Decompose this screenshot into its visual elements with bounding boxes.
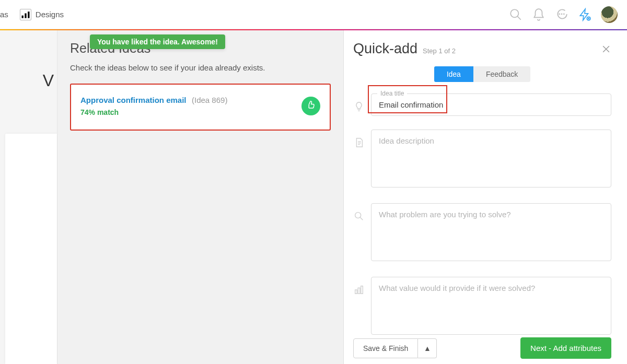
- quick-add-title: Quick-add: [353, 41, 417, 57]
- tab-feedback[interactable]: Feedback: [473, 66, 530, 82]
- svg-point-5: [559, 14, 560, 14]
- next-button[interactable]: Next - Add attributes: [520, 337, 611, 359]
- toast-liked: You have liked the idea. Awesome!: [90, 34, 225, 49]
- background-strip: V: [0, 30, 57, 364]
- bg-char: V: [43, 71, 54, 90]
- topbar: as Designs: [0, 0, 627, 29]
- value-field-wrap: [371, 277, 611, 337]
- quick-add-panel: Quick-add Step 1 of 2 Idea Feedback Idea…: [344, 30, 627, 364]
- bell-icon[interactable]: [532, 8, 545, 21]
- related-ideas-panel: You have liked the idea. Awesome! Relate…: [57, 30, 344, 364]
- idea-info: Approval confirmation email (Idea 869) 7…: [80, 94, 227, 118]
- quick-add-icon[interactable]: [578, 8, 591, 21]
- topbar-right: [509, 6, 618, 23]
- problem-input[interactable]: [371, 203, 611, 261]
- svg-rect-20: [361, 286, 363, 294]
- row-value: [353, 277, 611, 337]
- topbar-left: as Designs: [0, 9, 64, 20]
- lightbulb-icon: [353, 101, 365, 112]
- nav-label-designs: Designs: [36, 10, 64, 19]
- like-button[interactable]: [301, 97, 320, 115]
- svg-rect-19: [358, 288, 360, 293]
- quick-add-footer: Save & Finish ▲ Next - Add attributes: [353, 337, 611, 359]
- quick-add-header: Quick-add Step 1 of 2: [353, 41, 611, 57]
- idea-link[interactable]: Approval confirmation email: [80, 96, 187, 104]
- svg-rect-18: [355, 290, 357, 293]
- magnifier-icon: [353, 210, 365, 222]
- svg-rect-1: [25, 13, 26, 18]
- idea-card: Approval confirmation email (Idea 869) 7…: [70, 84, 331, 131]
- quick-add-title-wrap: Quick-add Step 1 of 2: [353, 41, 456, 57]
- value-icon: [353, 284, 365, 296]
- svg-point-7: [564, 14, 564, 14]
- row-problem: [353, 203, 611, 263]
- idea-desc-field-wrap: [371, 130, 611, 190]
- svg-line-17: [360, 217, 363, 220]
- quick-add-step: Step 1 of 2: [423, 47, 456, 55]
- idea-description-input[interactable]: [371, 130, 611, 187]
- value-input[interactable]: [371, 277, 611, 335]
- nav-label-as: as: [0, 10, 8, 19]
- idea-title-field-wrap: Idea title: [371, 93, 611, 116]
- row-idea-title: Idea title: [353, 93, 611, 116]
- quick-add-tabs: Idea Feedback: [353, 66, 611, 82]
- avatar[interactable]: [601, 6, 618, 23]
- nav-item-as[interactable]: as: [0, 10, 8, 19]
- save-button-group: Save & Finish ▲: [353, 338, 437, 358]
- idea-match: 74% match: [80, 107, 227, 119]
- close-icon[interactable]: [601, 44, 611, 54]
- svg-line-4: [517, 16, 521, 20]
- svg-rect-0: [21, 15, 23, 18]
- chat-icon[interactable]: [555, 8, 568, 21]
- thumbs-up-icon: [306, 100, 316, 112]
- row-idea-description: [353, 130, 611, 190]
- save-dropdown-button[interactable]: ▲: [418, 338, 437, 358]
- search-icon[interactable]: [509, 8, 522, 21]
- idea-id: (Idea 869): [192, 96, 227, 104]
- main-area: V You have liked the idea. Awesome! Rela…: [0, 30, 627, 364]
- svg-rect-2: [28, 11, 29, 18]
- svg-point-16: [355, 213, 361, 218]
- related-ideas-subtitle: Check the ideas below to see if your ide…: [70, 63, 331, 72]
- idea-title-label: Idea title: [377, 90, 407, 97]
- bg-card: [5, 134, 57, 364]
- nav-item-designs[interactable]: Designs: [20, 9, 64, 20]
- tab-idea[interactable]: Idea: [434, 66, 473, 82]
- svg-point-6: [561, 14, 562, 14]
- svg-point-3: [510, 9, 518, 17]
- save-finish-button[interactable]: Save & Finish: [353, 338, 418, 358]
- problem-field-wrap: [371, 203, 611, 263]
- document-icon: [353, 137, 365, 148]
- designs-icon: [20, 9, 31, 20]
